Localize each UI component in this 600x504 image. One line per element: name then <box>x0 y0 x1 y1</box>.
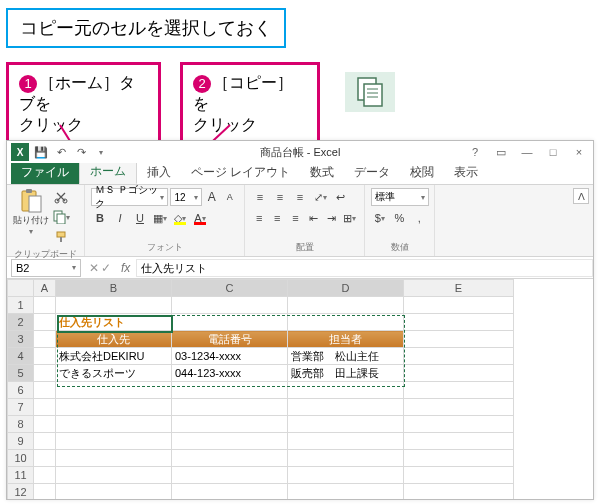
close-button[interactable]: × <box>571 146 587 159</box>
column-header-c[interactable]: C <box>172 280 288 297</box>
tab-data[interactable]: データ <box>344 161 400 184</box>
font-size-selector[interactable]: 12▾ <box>170 188 201 206</box>
paste-dropdown-icon[interactable]: ▾ <box>29 227 33 236</box>
title-bar: X 💾 ↶ ↷ ▾ 商品台帳 - Excel ? ▭ — □ × <box>7 141 593 163</box>
font-group-label: フォント <box>91 241 238 254</box>
cell-b5[interactable]: できるスポーツ <box>56 365 172 382</box>
svg-rect-13 <box>60 237 62 242</box>
ribbon-group-alignment: ≡ ≡ ≡ ⤢▾ ↩ ≡ ≡ ≡ ⇤ ⇥ ⊞▾ 配置 <box>245 185 365 256</box>
ribbon-group-clipboard: 貼り付け ▾ ▾ クリップボード <box>7 185 85 256</box>
help-button[interactable]: ? <box>467 146 483 159</box>
alignment-group-label: 配置 <box>251 241 358 254</box>
cut-button[interactable] <box>51 188 71 206</box>
name-box[interactable]: B2▾ <box>11 259 81 277</box>
row-header-12[interactable]: 12 <box>8 484 34 500</box>
column-header-d[interactable]: D <box>288 280 404 297</box>
worksheet-grid[interactable]: A B C D E 1 2仕入先リスト 3仕入先電話番号担当者 4株式会社DEK… <box>7 279 514 499</box>
font-name-selector[interactable]: ＭＳ Ｐゴシック▾ <box>91 188 168 206</box>
cell-c4[interactable]: 03-1234-xxxx <box>172 348 288 365</box>
number-format-value: 標準 <box>375 190 395 204</box>
bold-button[interactable]: B <box>91 209 109 227</box>
tab-page-layout[interactable]: ページ レイアウト <box>181 161 300 184</box>
excel-logo-icon: X <box>11 143 29 161</box>
tab-insert[interactable]: 挿入 <box>137 161 181 184</box>
annotation-step-1: 1［ホーム］タブを クリック <box>6 62 161 146</box>
tab-review[interactable]: 校閲 <box>400 161 444 184</box>
insert-function-button[interactable]: fx <box>121 261 130 275</box>
window-controls: ? ▭ — □ × <box>467 146 587 159</box>
ribbon: ᐱ 貼り付け ▾ ▾ クリップボード ＭＳ Ｐゴシック▾ <box>7 185 593 257</box>
row-header-2[interactable]: 2 <box>8 314 34 331</box>
font-size-value: 12 <box>174 192 185 203</box>
row-header-5[interactable]: 5 <box>8 365 34 382</box>
row-header-3[interactable]: 3 <box>8 331 34 348</box>
italic-button[interactable]: I <box>111 209 129 227</box>
cell-b4[interactable]: 株式会社DEKIRU <box>56 348 172 365</box>
orientation-button[interactable]: ⤢▾ <box>311 188 329 206</box>
row-header-8[interactable]: 8 <box>8 416 34 433</box>
comma-button[interactable]: , <box>410 209 428 227</box>
column-header-e[interactable]: E <box>404 280 514 297</box>
grow-font-button[interactable]: A <box>204 188 220 206</box>
cell-c5[interactable]: 044-123-xxxx <box>172 365 288 382</box>
cell-d3[interactable]: 担当者 <box>288 331 404 348</box>
row-header-1[interactable]: 1 <box>8 297 34 314</box>
copy-dropdown-icon[interactable]: ▾ <box>66 213 70 222</box>
select-all-corner[interactable] <box>8 280 34 297</box>
align-middle-button[interactable]: ≡ <box>271 188 289 206</box>
tab-file[interactable]: ファイル <box>11 161 79 184</box>
font-color-button[interactable]: A▾ <box>191 209 209 227</box>
tab-view[interactable]: 表示 <box>444 161 488 184</box>
shrink-font-button[interactable]: A <box>222 188 238 206</box>
underline-button[interactable]: U <box>131 209 149 227</box>
column-header-b[interactable]: B <box>56 280 172 297</box>
number-format-selector[interactable]: 標準▾ <box>371 188 429 206</box>
percent-button[interactable]: % <box>391 209 409 227</box>
wrap-text-button[interactable]: ↩ <box>331 188 349 206</box>
paste-button[interactable]: 貼り付け ▾ <box>13 188 49 236</box>
step-number-2: 2 <box>193 75 211 93</box>
copy-icon-large <box>345 72 395 112</box>
maximize-button[interactable]: □ <box>545 146 561 159</box>
format-painter-button[interactable] <box>51 228 71 246</box>
qat-undo-button[interactable]: ↶ <box>53 144 69 160</box>
tab-formulas[interactable]: 数式 <box>300 161 344 184</box>
qat-redo-button[interactable]: ↷ <box>73 144 89 160</box>
ribbon-group-number: 標準▾ $▾ % , 数値 <box>365 185 435 256</box>
paste-label: 貼り付け <box>13 214 49 227</box>
currency-button[interactable]: $▾ <box>371 209 389 227</box>
row-header-11[interactable]: 11 <box>8 467 34 484</box>
decrease-indent-button[interactable]: ⇤ <box>306 209 322 227</box>
cell-c3[interactable]: 電話番号 <box>172 331 288 348</box>
align-center-button[interactable]: ≡ <box>269 209 285 227</box>
merge-button[interactable]: ⊞▾ <box>342 209 358 227</box>
row-header-7[interactable]: 7 <box>8 399 34 416</box>
align-top-button[interactable]: ≡ <box>251 188 269 206</box>
qat-save-button[interactable]: 💾 <box>33 144 49 160</box>
column-header-a[interactable]: A <box>34 280 56 297</box>
border-button[interactable]: ▦▾ <box>151 209 169 227</box>
worksheet-area[interactable]: A B C D E 1 2仕入先リスト 3仕入先電話番号担当者 4株式会社DEK… <box>7 279 593 499</box>
cell-b2[interactable]: 仕入先リスト <box>56 314 172 331</box>
minimize-button[interactable]: — <box>519 146 535 159</box>
cell-d5[interactable]: 販売部 田上課長 <box>288 365 404 382</box>
row-header-6[interactable]: 6 <box>8 382 34 399</box>
collapse-ribbon-button[interactable]: ᐱ <box>573 188 589 204</box>
copy-button[interactable]: ▾ <box>51 208 71 226</box>
svg-rect-6 <box>26 189 32 193</box>
formula-cancel-button[interactable]: ✕ <box>89 261 99 275</box>
increase-indent-button[interactable]: ⇥ <box>324 209 340 227</box>
row-header-4[interactable]: 4 <box>8 348 34 365</box>
align-left-button[interactable]: ≡ <box>251 209 267 227</box>
cell-d4[interactable]: 営業部 松山主任 <box>288 348 404 365</box>
row-header-10[interactable]: 10 <box>8 450 34 467</box>
cell-b3[interactable]: 仕入先 <box>56 331 172 348</box>
ribbon-display-button[interactable]: ▭ <box>493 146 509 159</box>
row-header-9[interactable]: 9 <box>8 433 34 450</box>
qat-customize-dropdown[interactable]: ▾ <box>93 144 109 160</box>
align-right-button[interactable]: ≡ <box>287 209 303 227</box>
align-bottom-button[interactable]: ≡ <box>291 188 309 206</box>
formula-enter-button[interactable]: ✓ <box>101 261 111 275</box>
formula-input[interactable]: 仕入先リスト <box>136 259 593 277</box>
fill-color-button[interactable]: ◇▾ <box>171 209 189 227</box>
